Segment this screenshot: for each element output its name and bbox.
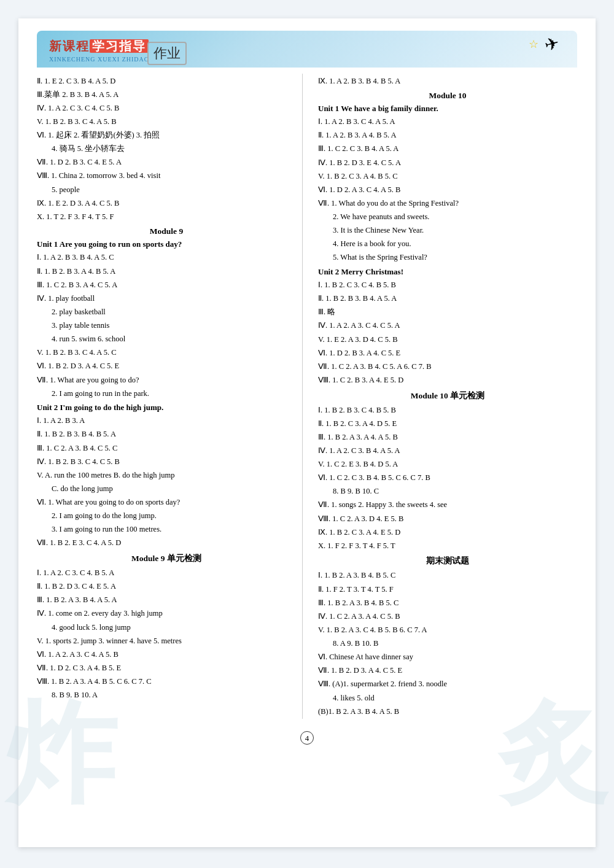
header-decoration: ☆ ✈ [529, 34, 559, 54]
content-line: Ⅱ. 1. F 2. T 3. T 4. T 5. F [318, 583, 577, 596]
content-line: Ⅶ. 1. C 2. A 3. B 4. C 5. A 6. C 7. B [318, 360, 577, 373]
content-line: Ⅲ. 1. B 2. A 3. B 4. B 5. C [318, 597, 577, 610]
content-line: Ⅱ. 1. B 2. C 3. A 4. D 5. E [318, 417, 577, 430]
content-line: Ⅸ. 1. A 2. B 3. B 4. B 5. A [318, 75, 577, 88]
content-line: Ⅰ. 1. A 2. B 3. C 4. A 5. A [318, 115, 577, 128]
content-line: Ⅶ. 1. What do you do at the Spring Festi… [318, 197, 577, 210]
content-line: Ⅲ. 1. C 2. A 3. B 4. C 5. C [37, 442, 296, 455]
content-line: 8. A 9. B 10. B [318, 637, 577, 650]
content-line: V. 1. B 2. C 3. A 4. B 5. C [318, 170, 577, 183]
content-line: 2. We have peanuts and sweets. [318, 211, 577, 223]
content-line: Ⅰ. 1. A 2. C 3. C 4. B 5. A [37, 567, 296, 579]
content-line: X. 1. T 2. F 3. F 4. T 5. F [37, 211, 296, 223]
content-line: Ⅱ. 1. A 2. B 3. A 4. B 5. A [318, 129, 577, 142]
content-line: Ⅲ. 1. C 2. B 3. A 4. C 5. A [37, 279, 296, 292]
content-line: Ⅳ. 1. C 2. A 3. A 4. C 5. B [318, 610, 577, 623]
content-line: Ⅶ. 1. B 2. E 3. C 4. A 5. D [37, 537, 296, 549]
content-line: Ⅵ. 1. C 2. C 3. B 4. B 5. C 6. C 7. B [318, 471, 577, 484]
plane-icon: ✈ [542, 33, 561, 56]
content-line: Unit 2 Merry Christmas! [318, 267, 577, 277]
content-line: V. A. run the 100 metres B. do the high … [37, 469, 296, 482]
content-line: 5. people [37, 184, 296, 196]
content-line: Ⅲ. 1. B 2. A 3. B 4. A 5. A [37, 594, 296, 606]
content-line: 3. I am going to run the 100 metres. [37, 523, 296, 536]
content-line: Module 9 单元检测 [37, 553, 296, 564]
content-line: 2. I am going to do the long jump. [37, 510, 296, 522]
content-line: 8. B 9. B 10. A [37, 689, 296, 702]
header-banner: 新课程学习指导 XINKECHENG XUEXI ZHIDAO 作业 ☆ ✈ [37, 31, 577, 68]
content-line: 2. I am going to run in the park. [37, 387, 296, 400]
content-line: Ⅳ. 1. B 2. B 3. C 4. C 5. B [37, 455, 296, 468]
content-line: Ⅳ. 1. A 2. C 3. C 4. C 5. B [37, 102, 296, 115]
content-line: X. 1. F 2. F 3. T 4. F 5. T [318, 540, 577, 552]
page-number: 4 [300, 731, 314, 745]
content-line: V. 1. B 2. B 3. C 4. A 5. B [37, 115, 296, 128]
content-line: Ⅱ. 1. E 2. C 3. B 4. A 5. D [37, 75, 296, 88]
content-line: Ⅱ. 1. B 2. B 3. B 4. A 5. A [318, 292, 577, 305]
content-line: 8. B 9. B 10. C [318, 485, 577, 498]
content-line: Ⅲ. 1. C 2. C 3. B 4. A 5. A [318, 142, 577, 155]
content-line: Ⅳ. 1. A 2. A 3. C 4. C 5. A [318, 319, 577, 332]
content-line: Ⅶ. 1. B 2. D 3. A 4. C 5. E [318, 664, 577, 677]
content-line: Ⅷ. 1. B 2. A 3. A 4. B 5. C 6. C 7. C [37, 675, 296, 688]
content-line: 3. play table tennis [37, 319, 296, 332]
content-area: Ⅱ. 1. E 2. C 3. B 4. A 5. DⅢ.菜单 2. B 3. … [37, 74, 577, 719]
content-line: Ⅶ. 1. songs 2. Happy 3. the sweets 4. se… [318, 498, 577, 511]
main-page: 炸 炙 新课程学习指导 XINKECHENG XUEXI ZHIDAO 作业 ☆… [18, 18, 596, 847]
brand-cn-part2: 学习指导 [90, 39, 149, 53]
content-line: V. 1. sports 2. jump 3. winner 4. have 5… [37, 635, 296, 648]
content-line: Ⅶ. 1. D 2. B 3. C 4. E 5. A [37, 156, 296, 169]
content-line: Ⅷ. 1. China 2. tomorrow 3. bed 4. visit [37, 169, 296, 182]
content-line: C. do the long jump [37, 482, 296, 495]
content-line: Ⅵ. 1. D 2. A 3. C 4. A 5. B [318, 184, 577, 196]
content-line: Unit 1 We have a big family dinner. [318, 104, 577, 114]
content-line: Ⅸ. 1. E 2. D 3. A 4. C 5. B [37, 197, 296, 210]
content-line: Ⅲ. 略 [318, 306, 577, 319]
brand-box: 新课程学习指导 XINKECHENG XUEXI ZHIDAO [49, 38, 149, 63]
content-line: 4. likes 5. old [318, 692, 577, 705]
content-line: Module 10 单元检测 [318, 390, 577, 401]
content-line: 4. Here is a book for you. [318, 238, 577, 250]
content-line: Module 9 [37, 227, 296, 236]
content-line: V. 1. B 2. B 3. C 4. A 5. C [37, 346, 296, 359]
content-line: Ⅱ. 1. B 2. B 3. A 4. B 5. A [37, 265, 296, 278]
content-line: 4. 骑马 5. 坐小轿车去 [37, 142, 296, 155]
content-line: Ⅲ.菜单 2. B 3. B 4. A 5. A [37, 88, 296, 101]
content-line: Ⅷ. (A)1. supermarket 2. friend 3. noodle [318, 678, 577, 691]
content-line: V. 1. B 2. A 3. C 4. B 5. B 6. C 7. A [318, 624, 577, 637]
content-line: V. 1. C 2. E 3. B 4. D 5. A [318, 458, 577, 471]
content-line: Ⅶ. 1. What are you going to do? [37, 374, 296, 387]
content-line: Ⅵ. Chinese At have dinner say [318, 651, 577, 664]
star-icon: ☆ [529, 37, 538, 51]
content-line: Module 10 [318, 91, 577, 101]
content-line: 期末测试题 [318, 556, 577, 567]
content-line: Ⅵ. 1. What are you going to do on sports… [37, 496, 296, 509]
content-line: 3. It is the Chinese New Year. [318, 224, 577, 237]
content-line: Ⅰ. 1. B 2. C 3. C 4. B 5. B [318, 279, 577, 292]
homework-label: 作业 [147, 42, 187, 65]
content-line: 4. good luck 5. long jump [37, 621, 296, 634]
content-line: Ⅵ. 1. B 2. D 3. A 4. C 5. E [37, 360, 296, 373]
right-column: Ⅸ. 1. A 2. B 3. B 4. B 5. AModule 10Unit… [315, 74, 577, 719]
left-column: Ⅱ. 1. E 2. C 3. B 4. A 5. DⅢ.菜单 2. B 3. … [37, 74, 303, 719]
content-line: Ⅳ. 1. play football [37, 292, 296, 305]
brand-cn-part1: 新课程 [49, 39, 90, 53]
content-line: 2. play basketball [37, 306, 296, 319]
content-line: Unit 1 Are you going to run on sports da… [37, 239, 296, 249]
content-line: V. 1. E 2. A 3. D 4. C 5. B [318, 333, 577, 346]
content-line: Ⅱ. 1. B 2. D 3. C 4. E 5. A [37, 580, 296, 593]
content-line: Ⅰ. 1. A 2. B 3. B 4. A 5. C [37, 251, 296, 264]
content-line: Ⅰ. 1. A 2. B 3. A [37, 414, 296, 427]
brand-cn: 新课程学习指导 [49, 38, 149, 55]
content-line: Ⅷ. 1. C 2. A 3. D 4. E 5. B [318, 513, 577, 525]
content-line: Ⅸ. 1. B 2. C 3. A 4. E 5. D [318, 526, 577, 539]
content-line: Ⅰ. 1. B 2. A 3. B 4. B 5. C [318, 569, 577, 582]
content-line: Ⅳ. 1. come on 2. every day 3. high jump [37, 607, 296, 620]
brand-en: XINKECHENG XUEXI ZHIDAO [49, 56, 149, 63]
page-number-area: 4 [37, 731, 577, 745]
content-line: Ⅵ. 1. 起床 2. 看望奶奶(外婆) 3. 拍照 [37, 129, 296, 142]
content-line: 5. What is the Spring Festival? [318, 251, 577, 264]
content-line: Ⅶ. 1. D 2. C 3. A 4. B 5. E [37, 662, 296, 675]
content-line: Ⅳ. 1. B 2. D 3. E 4. C 5. A [318, 157, 577, 169]
content-line: Ⅱ. 1. B 2. B 3. B 4. B 5. A [37, 428, 296, 441]
